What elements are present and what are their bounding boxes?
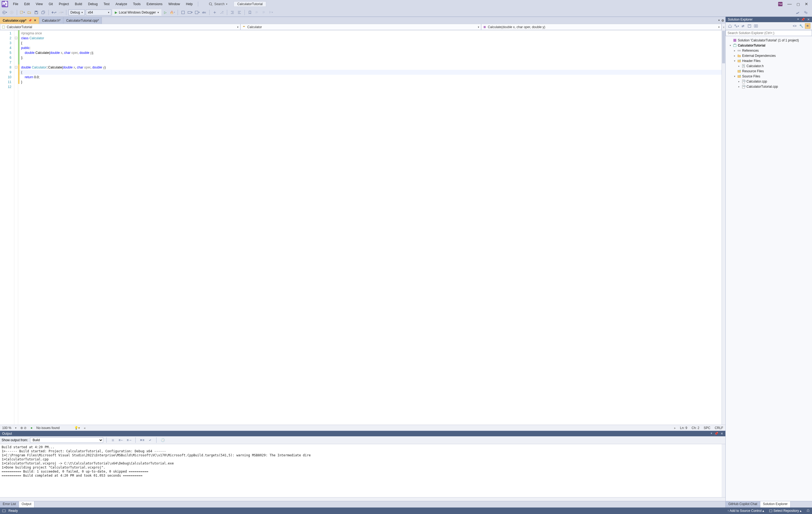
nav-fwd-button[interactable]: [9, 9, 14, 16]
notifications-icon[interactable]: [806, 509, 810, 512]
tab-overflow-button[interactable]: ▾: [718, 19, 720, 23]
menu-debug[interactable]: Debug: [85, 1, 100, 7]
nav-class-dropdown[interactable]: Calculator▾: [240, 24, 481, 30]
editor-scrollbar[interactable]: [722, 30, 725, 425]
select-repo-button[interactable]: Select Repository ▴: [769, 509, 802, 513]
code-editor[interactable]: 123456789101112 - - #pragma onceclass Ca…: [0, 30, 725, 425]
expand-toggle[interactable]: ▾: [729, 44, 732, 47]
lineend-indicator[interactable]: CRLF: [715, 426, 723, 430]
code-body[interactable]: #pragma onceclass Calculator{public: dou…: [20, 30, 722, 425]
minimize-button[interactable]: —: [787, 2, 792, 6]
redo-button[interactable]: ▾: [58, 9, 64, 16]
expand-toggle[interactable]: ▸: [737, 80, 741, 83]
output-timestamp-button[interactable]: 🕓: [160, 437, 166, 443]
menu-edit[interactable]: Edit: [21, 1, 32, 7]
save-button[interactable]: [33, 9, 39, 16]
se-sync-button[interactable]: ⇄: [740, 23, 746, 29]
nav-member-dropdown[interactable]: Calculate(double x, char oper, double y)…: [481, 24, 722, 30]
tree-node[interactable]: ▸++CalculatorTutorial.cpp: [726, 84, 811, 89]
issues-label[interactable]: No issues found: [36, 426, 60, 430]
maximize-button[interactable]: ▢: [796, 2, 800, 6]
solution-tree[interactable]: Solution 'CalculatorTutorial' (1 of 1 pr…: [726, 36, 812, 501]
add-source-control-button[interactable]: ↑ Add to Source Control ▴: [727, 509, 764, 513]
live-share-button[interactable]: [795, 9, 801, 16]
menu-tools[interactable]: Tools: [130, 1, 143, 7]
file-browser-button[interactable]: [180, 9, 186, 16]
zoom-level[interactable]: 100 %: [2, 426, 11, 430]
tree-node[interactable]: Resource Files: [726, 68, 811, 73]
nav-scope-dropdown[interactable]: CalculatorTutorial▾: [0, 24, 240, 30]
indent-right-button[interactable]: [236, 9, 242, 16]
step-button-1[interactable]: [212, 9, 218, 16]
save-all-button[interactable]: [40, 9, 46, 16]
menu-window[interactable]: Window: [166, 1, 183, 7]
start-without-debug-button[interactable]: ▷: [163, 9, 168, 16]
bookmark-next-button[interactable]: ⚐: [254, 9, 260, 16]
menu-build[interactable]: Build: [72, 1, 85, 7]
step-button-2[interactable]: ⎇: [219, 9, 225, 16]
config-dropdown[interactable]: Debug▾: [68, 9, 85, 16]
indent-left-button[interactable]: [229, 9, 235, 16]
output-clear-button[interactable]: ✕≡: [139, 437, 145, 443]
pin-icon[interactable]: 📌: [28, 19, 32, 22]
menu-view[interactable]: View: [33, 1, 46, 7]
se-switch-button[interactable]: ▾: [734, 23, 739, 29]
menu-extensions[interactable]: Extensions: [144, 1, 165, 7]
panel-dropdown-button[interactable]: ▾: [711, 432, 712, 435]
expand-toggle[interactable]: ▾: [733, 75, 736, 78]
bookmark-button[interactable]: [247, 9, 253, 16]
output-scrollbar[interactable]: [722, 444, 725, 497]
split-editor-button[interactable]: ⫞: [722, 24, 725, 30]
se-preview-button[interactable]: 👁: [805, 23, 810, 29]
output-from-dropdown[interactable]: Build: [30, 437, 103, 443]
show-button[interactable]: ▾: [194, 9, 200, 16]
menu-git[interactable]: Git: [46, 1, 56, 7]
tree-node[interactable]: ▸hCalculator.h: [726, 63, 811, 68]
doc-tab[interactable]: CalculatorTutorial.cpp*: [63, 17, 102, 24]
menu-test[interactable]: Test: [101, 1, 112, 7]
output-goto-button[interactable]: ≣: [110, 437, 116, 443]
expand-toggle[interactable]: ▸: [737, 85, 741, 88]
tree-node[interactable]: ▸++Calculator.cpp: [726, 79, 811, 84]
bottom-tab[interactable]: GitHub Copilot Chat: [726, 501, 760, 508]
bottom-tab[interactable]: Output: [19, 501, 34, 508]
line-indicator[interactable]: Ln: 9: [680, 426, 688, 430]
tree-node[interactable]: ▸References: [726, 48, 811, 53]
panel-close-button[interactable]: ✕: [721, 432, 723, 435]
open-button[interactable]: [26, 9, 32, 16]
feedback-button[interactable]: [803, 9, 809, 16]
fold-toggle[interactable]: -: [15, 37, 17, 39]
abc-button[interactable]: abc: [201, 9, 207, 16]
bookmark-clear-button[interactable]: ⚐▾: [268, 9, 274, 16]
bottom-tab[interactable]: Error List: [0, 501, 19, 508]
menu-project[interactable]: Project: [56, 1, 71, 7]
fold-toggle[interactable]: -: [15, 66, 17, 68]
menu-file[interactable]: File: [10, 1, 21, 7]
hot-reload-button[interactable]: 🔥▾: [170, 9, 175, 16]
tree-node[interactable]: Solution 'CalculatorTutorial' (1 of 1 pr…: [726, 38, 811, 43]
se-showall-button[interactable]: [753, 23, 759, 29]
account-badge-icon[interactable]: TW: [778, 2, 782, 6]
col-indicator[interactable]: Ch: 2: [692, 426, 699, 430]
expand-toggle[interactable]: ▾: [733, 60, 736, 62]
close-window-button[interactable]: ✕: [805, 2, 808, 6]
error-indicator-icon[interactable]: ⊗ ⊘: [20, 426, 27, 430]
search-box[interactable]: Search ▾: [206, 1, 230, 7]
platform-dropdown[interactable]: x64▾: [86, 9, 111, 16]
se-code-button[interactable]: <>: [792, 23, 798, 29]
panel-pin-button[interactable]: 📌: [714, 432, 718, 435]
menu-help[interactable]: Help: [183, 1, 196, 7]
tree-node[interactable]: ▾Source Files: [726, 73, 811, 79]
expand-toggle[interactable]: ▸: [737, 65, 741, 67]
lightbulb-icon[interactable]: 💡▾: [74, 426, 80, 430]
output-next-button[interactable]: ≡→: [126, 437, 132, 443]
menu-analyze[interactable]: Analyze: [113, 1, 130, 7]
undo-button[interactable]: ▾: [51, 9, 57, 16]
expand-toggle[interactable]: ▸: [733, 49, 736, 52]
new-item-button[interactable]: ▾: [19, 9, 25, 16]
tree-node[interactable]: ▸External Dependencies: [726, 53, 811, 58]
output-wrap-button[interactable]: ⤶: [147, 437, 153, 443]
tree-node[interactable]: ▾Header Files: [726, 58, 811, 63]
expand-toggle[interactable]: ▸: [733, 54, 736, 57]
se-properties-button[interactable]: 🔧: [799, 23, 804, 29]
